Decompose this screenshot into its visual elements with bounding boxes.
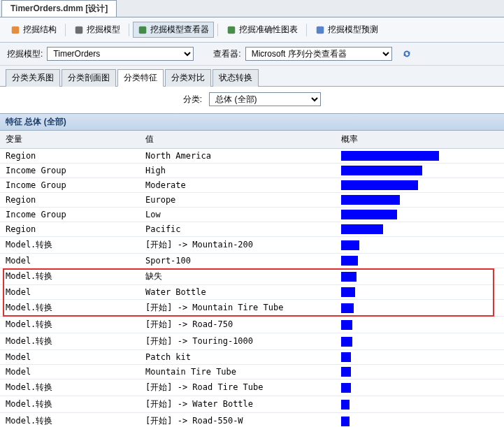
probability-bar [341, 367, 351, 377]
cell-variable: Model.转换 [0, 413, 140, 428]
table-row[interactable]: RegionNorth America [0, 149, 504, 164]
cell-variable: Model.转换 [0, 300, 140, 317]
toolbar-label: 挖掘模型 [87, 24, 120, 36]
table-row[interactable]: ModelMountain Tire Tube [0, 365, 504, 379]
table-row[interactable]: Model.转换[开始] -> Road-550-W [0, 413, 504, 428]
viewer-select[interactable]: Microsoft 序列分类查看器 [245, 47, 392, 61]
cell-variable: Region [0, 193, 140, 208]
probability-bar [341, 166, 422, 175]
cell-probability [336, 237, 504, 254]
refresh-icon[interactable] [402, 49, 412, 59]
table-row[interactable]: Model.转换[开始] -> Touring-1000 [0, 333, 504, 350]
cell-value: 缺失 [140, 268, 336, 285]
table-row[interactable]: RegionPacific [0, 222, 504, 237]
table-row[interactable]: Income GroupHigh [0, 164, 504, 178]
btn-accuracy[interactable]: 挖掘准确性图表 [222, 22, 303, 38]
toolbar-label: 挖掘模型预测 [328, 24, 378, 36]
table-row[interactable]: Income GroupLow [0, 208, 504, 222]
table-row[interactable]: Model.转换[开始] -> Road Tire Tube [0, 379, 504, 396]
cell-value: [开始] -> Road Tire Tube [140, 379, 336, 396]
cell-variable: Income Group [0, 178, 140, 193]
viewer-tabs: 分类关系图分类剖面图分类特征分类对比状态转换 [0, 66, 504, 87]
cell-value: Low [140, 208, 336, 222]
probability-bar [341, 195, 400, 205]
cell-value: [开始] -> Water Bottle [140, 396, 336, 413]
category-select[interactable]: 总体 (全部) [209, 92, 321, 106]
cell-value: North America [140, 149, 336, 164]
btn-structure[interactable]: 挖掘结构 [6, 22, 62, 38]
table-row[interactable]: Model.转换[开始] -> Water Bottle [0, 396, 504, 413]
tab-compare[interactable]: 分类对比 [165, 69, 211, 87]
tab-profile[interactable]: 分类剖面图 [62, 69, 116, 87]
probability-bar [341, 256, 358, 266]
probability-bar [341, 240, 359, 250]
probability-bar [341, 400, 350, 410]
cell-value: High [140, 164, 336, 178]
cell-variable: Model [0, 350, 140, 365]
probability-bar [341, 210, 397, 219]
cell-variable: Model.转换 [0, 379, 140, 396]
svg-rect-4 [317, 26, 324, 34]
cell-probability [336, 350, 504, 365]
btn-viewer-icon [138, 25, 147, 35]
table-row[interactable]: ModelSport-100 [0, 254, 504, 268]
model-selector-row: 挖掘模型: TimerOrders 查看器: Microsoft 序列分类查看器 [0, 43, 504, 66]
probability-bar [341, 180, 418, 190]
cell-variable: Model.转换 [0, 317, 140, 333]
btn-structure-icon [10, 25, 20, 35]
btn-predict[interactable]: 挖掘模型预测 [310, 22, 383, 38]
cell-probability [336, 208, 504, 222]
cell-probability [336, 379, 504, 396]
col-header-variable[interactable]: 变量 [0, 131, 140, 149]
cell-probability [336, 285, 504, 300]
category-label: 分类: [183, 94, 202, 106]
cell-variable: Model [0, 254, 140, 268]
btn-model[interactable]: 挖掘模型 [69, 22, 125, 38]
cell-probability [336, 149, 504, 164]
table-row[interactable]: ModelPatch kit [0, 350, 504, 365]
cell-variable: Region [0, 222, 140, 237]
cell-value: Moderate [140, 178, 336, 193]
mining-model-select[interactable]: TimerOrders [47, 47, 194, 61]
btn-model-icon [74, 25, 84, 35]
main-toolbar: 挖掘结构挖掘模型挖掘模型查看器挖掘准确性图表挖掘模型预测 [0, 17, 504, 43]
cell-variable: Income Group [0, 208, 140, 222]
cell-probability [336, 193, 504, 208]
cell-probability [336, 300, 504, 317]
col-header-value[interactable]: 值 [140, 131, 336, 149]
table-row[interactable]: RegionEurope [0, 193, 504, 208]
table-row[interactable]: Income GroupModerate [0, 178, 504, 193]
col-header-probability[interactable]: 概率 [336, 131, 504, 149]
cell-probability [336, 254, 504, 268]
document-tab[interactable]: TimerOrders.dmm [设计] [1, 0, 117, 17]
cell-variable: Model.转换 [0, 237, 140, 254]
probability-bar [341, 224, 383, 234]
table-row[interactable]: ModelWater Bottle [0, 285, 504, 300]
cell-probability [336, 365, 504, 379]
tab-state[interactable]: 状态转换 [213, 69, 259, 87]
cell-probability [336, 333, 504, 350]
cell-value: Sport-100 [140, 254, 336, 268]
cell-variable: Model.转换 [0, 268, 140, 285]
cell-variable: Model [0, 285, 140, 300]
tab-rel[interactable]: 分类关系图 [6, 69, 60, 87]
svg-rect-0 [12, 26, 20, 34]
cell-value: Pacific [140, 222, 336, 237]
probability-bar [341, 287, 355, 297]
table-row[interactable]: Model.转换缺失 [0, 268, 504, 285]
btn-viewer[interactable]: 挖掘模型查看器 [133, 22, 214, 38]
svg-rect-3 [228, 26, 236, 34]
cell-value: [开始] -> Road-550-W [140, 413, 336, 428]
cell-variable: Region [0, 149, 140, 164]
cell-value: [开始] -> Road-750 [140, 317, 336, 333]
cell-value: Water Bottle [140, 285, 336, 300]
feature-table: 变量 值 概率 RegionNorth AmericaIncome GroupH… [0, 131, 504, 427]
probability-bar [341, 417, 350, 426]
cell-value: Patch kit [140, 350, 336, 365]
table-row[interactable]: Model.转换[开始] -> Mountain-200 [0, 237, 504, 254]
tab-feature[interactable]: 分类特征 [117, 69, 164, 87]
cell-variable: Model [0, 365, 140, 379]
table-row[interactable]: Model.转换[开始] -> Road-750 [0, 317, 504, 333]
table-row[interactable]: Model.转换[开始] -> Mountain Tire Tube [0, 300, 504, 317]
probability-bar [341, 337, 352, 347]
